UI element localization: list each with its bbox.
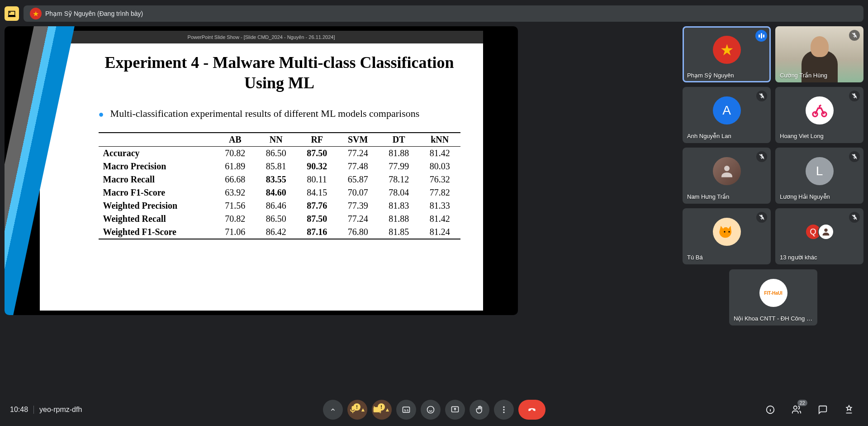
camera-off-icon[interactable]: ! (372, 405, 384, 414)
more-options-button[interactable] (494, 400, 514, 420)
participant-name: Cường Trần Hùng (780, 72, 827, 79)
cam-options-chevron-icon[interactable]: ▲ (383, 407, 391, 413)
speaking-indicator-icon (755, 30, 767, 42)
cell: 81.83 (378, 199, 419, 212)
people-button[interactable]: 22 (787, 401, 806, 419)
avatar-photo (713, 157, 741, 185)
camera-button-group[interactable]: ! ▲ (372, 400, 392, 420)
clock: 10:48 (10, 406, 28, 414)
svg-point-10 (503, 409, 504, 410)
caret-up-button[interactable] (323, 400, 343, 420)
mic-options-chevron-icon[interactable]: ▲ (359, 407, 367, 413)
chat-button[interactable] (814, 401, 832, 419)
microphone-icon[interactable]: ! (347, 405, 359, 414)
row-label: Macro Recall (99, 173, 215, 186)
participant-tile[interactable]: LLương Hải Nguyễn (775, 148, 863, 204)
participant-tile[interactable]: Nam Hưng Trần (683, 148, 771, 204)
svg-point-11 (503, 412, 504, 413)
avatar-star-icon: ★ (713, 36, 741, 64)
slide-bullet: ● Multi-classification experimental resu… (99, 108, 460, 120)
table-header: DT (378, 133, 419, 147)
muted-icon (756, 91, 767, 101)
avatar-photo (713, 218, 741, 246)
slide-accent-decoration (5, 26, 81, 315)
participant-tile-extra[interactable]: FIT-HaUINội Khoa CNTT - ĐH Công ng… (729, 269, 817, 325)
raise-hand-button[interactable] (470, 400, 489, 420)
presenter-bar[interactable]: ★ Phạm Sỹ Nguyên (Đang trình bày) (24, 5, 863, 22)
cell: 86.46 (256, 199, 296, 212)
bullet-icon: ● (99, 108, 104, 120)
row-label: Weighted Precision (99, 199, 215, 212)
end-call-button[interactable] (518, 400, 545, 420)
avatar-letter: L (806, 157, 834, 185)
participant-tile[interactable]: AAnh Nguyễn Lan (683, 87, 771, 143)
topbar: ★ Phạm Sỹ Nguyên (Đang trình bày) (5, 5, 863, 23)
cell: 77.48 (337, 160, 378, 173)
cell: 76.32 (419, 173, 460, 186)
presenter-avatar-icon: ★ (30, 8, 42, 19)
participant-name: 13 người khác (780, 254, 817, 261)
cell: 84.60 (256, 186, 296, 199)
captions-button[interactable] (396, 400, 416, 420)
cell: 87.16 (297, 225, 337, 239)
cell: 70.07 (337, 186, 378, 199)
muted-icon (756, 151, 767, 162)
participant-count-badge: 22 (797, 400, 807, 406)
table-header: kNN (419, 133, 460, 147)
participant-name: Anh Nguyễn Lan (687, 133, 731, 139)
cell: 77.24 (337, 147, 378, 160)
svg-rect-6 (403, 407, 409, 412)
participant-tile[interactable]: Cường Trần Hùng (775, 26, 863, 82)
svg-point-7 (427, 407, 434, 413)
participant-name: Lương Hải Nguyễn (780, 193, 830, 200)
cell: 77.82 (419, 186, 460, 199)
cell: 83.55 (256, 173, 296, 186)
muted-icon (849, 91, 860, 101)
cell: 71.06 (215, 225, 256, 239)
meeting-code: yeo-rpmz-dfh (39, 406, 82, 414)
cell: 65.87 (337, 173, 378, 186)
participant-tile[interactable]: Q13 người khác (775, 208, 863, 264)
cell: 85.81 (256, 160, 296, 173)
right-controls: 22 (761, 401, 858, 419)
microphone-button-group[interactable]: ! ▲ (347, 400, 367, 420)
results-table: ABNNRFSVMDTkNN Accuracy70.8286.5087.5077… (99, 132, 460, 239)
reactions-button[interactable] (421, 400, 441, 420)
meeting-info[interactable]: 10:48 yeo-rpmz-dfh (10, 406, 82, 414)
table-row: Accuracy70.8286.5087.5077.2481.8881.42 (99, 147, 460, 160)
participant-name: Hoang Viet Long (780, 133, 824, 139)
cell: 77.39 (337, 199, 378, 212)
avatar-photo (806, 96, 834, 124)
participant-tile[interactable]: Hoang Viet Long (775, 87, 863, 143)
meeting-details-button[interactable] (761, 401, 779, 419)
svg-point-4 (728, 231, 730, 232)
row-label: Macro Precision (99, 160, 215, 173)
table-row: Macro Recall66.6883.5580.1165.8778.1276.… (99, 173, 460, 186)
cell: 77.99 (378, 160, 419, 173)
cell: 71.56 (215, 199, 256, 212)
svg-point-3 (724, 231, 725, 232)
activities-button[interactable] (840, 401, 858, 419)
cell: 86.50 (256, 212, 296, 225)
cell: 81.88 (378, 212, 419, 225)
svg-point-2 (724, 166, 730, 171)
cell: 81.85 (378, 225, 419, 239)
shared-screen: PowerPoint Slide Show - [Slide CMD_2024 … (40, 31, 483, 311)
main-presentation-tile[interactable]: PowerPoint Slide Show - [Slide CMD_2024 … (5, 26, 518, 315)
bottom-bar: 10:48 yeo-rpmz-dfh ! ▲ ! ▲ (0, 393, 868, 426)
table-row: Macro F1-Score63.9284.6084.1570.0778.047… (99, 186, 460, 199)
present-button[interactable] (445, 400, 465, 420)
cell: 70.82 (215, 147, 256, 160)
row-label: Accuracy (99, 147, 215, 160)
presenter-name: Phạm Sỹ Nguyên (Đang trình bày) (45, 10, 143, 17)
cell: 66.68 (215, 173, 256, 186)
divider (33, 406, 34, 414)
cell: 77.24 (337, 212, 378, 225)
cell: 78.04 (378, 186, 419, 199)
screen-share-warning-icon[interactable] (5, 6, 19, 21)
participant-tile[interactable]: ★Phạm Sỹ Nguyên (683, 26, 771, 82)
slide-title: Experiment 4 - Malware Multi-class Class… (99, 53, 460, 93)
cell: 70.82 (215, 212, 256, 225)
muted-icon (849, 212, 860, 223)
participant-tile[interactable]: Tú Bá (683, 208, 771, 264)
